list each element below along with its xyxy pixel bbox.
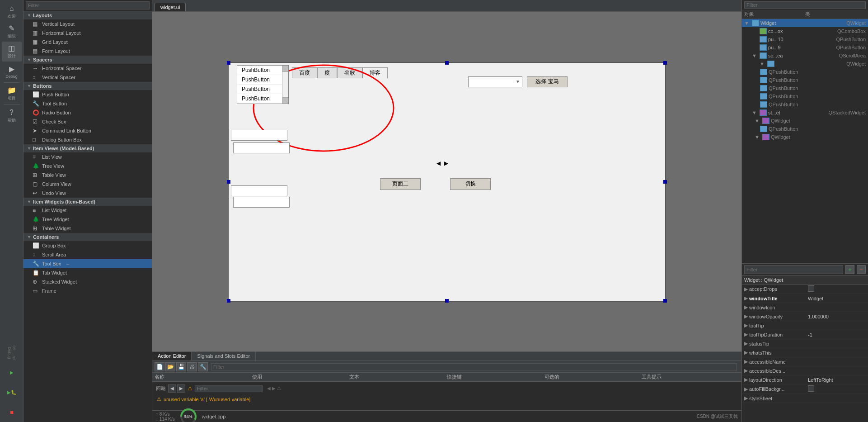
- item-check-box[interactable]: ☑Check Box: [23, 117, 152, 126]
- item-group-box[interactable]: ⬜Group Box: [23, 241, 152, 250]
- prop-row-whatsThis[interactable]: ▶ whatsThis: [742, 348, 868, 357]
- input-family[interactable]: [231, 130, 287, 141]
- welcome-btn[interactable]: ⌂ 欢迎: [2, 2, 22, 22]
- item-column-view[interactable]: ▢Column View: [23, 180, 152, 189]
- item-tool-button[interactable]: 🔧Tool Button: [23, 99, 152, 108]
- handle-bl[interactable]: [227, 299, 230, 303]
- item-form-layout[interactable]: ▤Form Layout: [23, 47, 152, 56]
- nav-tab-google[interactable]: 谷歌: [337, 67, 362, 78]
- input-blacklist[interactable]: [233, 197, 290, 208]
- run-btn[interactable]: ▶: [2, 362, 22, 382]
- prop-row-toolTipDuration[interactable]: ▶ toolTipDuration -1: [742, 330, 868, 339]
- item-h-spacer[interactable]: ↔Horizontal Spacer: [23, 64, 152, 73]
- object-filter-input[interactable]: [744, 1, 866, 9]
- obj-row-nested-push1[interactable]: QPushButton: [742, 68, 868, 76]
- section-spacers[interactable]: Spacers: [23, 56, 152, 64]
- prop-row-autoFill[interactable]: ▶ autoFillBackgr...: [742, 384, 868, 394]
- action-filter-input[interactable]: [211, 363, 737, 370]
- dropdown-scrollbar[interactable]: ▲ ▼: [282, 66, 288, 104]
- prop-row-toolTip[interactable]: ▶ toolTip: [742, 321, 868, 330]
- widget-filter-input[interactable]: [26, 1, 150, 9]
- design-btn[interactable]: ◫ 设计: [2, 42, 22, 62]
- edit-btn[interactable]: ✎ 编辑: [2, 22, 22, 42]
- projects-btn[interactable]: 📁 项目: [2, 84, 22, 104]
- item-list-widget[interactable]: ≡List Widget: [23, 206, 152, 215]
- canvas-switch-btn[interactable]: 切换: [450, 178, 491, 190]
- prop-row-accessibleName[interactable]: ▶ accessibleName: [742, 357, 868, 366]
- obj-row-stacked[interactable]: ▼ st...et QStackedWidget: [742, 109, 868, 117]
- item-table-widget[interactable]: ⊞Table Widget: [23, 224, 152, 233]
- item-horizontal-layout[interactable]: ▥Horizontal Layout: [23, 28, 152, 38]
- item-tree-view[interactable]: 🌲Tree View: [23, 161, 152, 171]
- prop-row-acceptDrops[interactable]: ▶ acceptDrops: [742, 284, 868, 294]
- ae-save-btn[interactable]: 💾: [176, 362, 186, 371]
- ae-open-btn[interactable]: 📂: [165, 362, 175, 371]
- obj-row-scrollarea[interactable]: ▼ sc...ea QScrollArea: [742, 52, 868, 60]
- item-table-view[interactable]: ⊞Table View: [23, 171, 152, 180]
- property-add-btn[interactable]: +: [845, 265, 854, 274]
- prop-row-statusTip[interactable]: ▶ statusTip: [742, 339, 868, 348]
- item-undo-view[interactable]: ↩Undo View: [23, 189, 152, 198]
- ae-tool-btn[interactable]: 🔧: [198, 362, 208, 371]
- dropdown-item-4[interactable]: PushButton: [237, 94, 288, 104]
- obj-row-push10[interactable]: pu...10 QPushButton: [742, 35, 868, 43]
- obj-row-widget[interactable]: ▼ Widget QWidget: [742, 19, 868, 27]
- handle-mr[interactable]: [663, 180, 667, 184]
- prop-row-styleSheet[interactable]: ▶ styleSheet: [742, 394, 868, 403]
- tab-action-editor[interactable]: Action Editor: [152, 352, 192, 360]
- prop-row-layoutDir[interactable]: ▶ layoutDirection LeftToRight: [742, 375, 868, 384]
- item-tree-widget[interactable]: 🌲Tree Widget: [23, 215, 152, 224]
- item-push-button[interactable]: ⬜Push Button: [23, 90, 152, 99]
- canvas-page2-btn[interactable]: 页面二: [380, 178, 421, 190]
- item-vertical-layout[interactable]: ▤Vertical Layout: [23, 19, 152, 28]
- obj-row-sw-btn[interactable]: QPushButton: [742, 125, 868, 133]
- obj-row-qwidget1[interactable]: ▼ QWidget: [742, 60, 868, 68]
- section-layouts[interactable]: Layouts: [23, 11, 152, 19]
- section-item-views[interactable]: Item Views (Model-Based): [23, 144, 152, 152]
- item-dialog-button[interactable]: □Dialog Button Box: [23, 135, 152, 144]
- item-radio-button[interactable]: ⭕Radio Button: [23, 108, 152, 117]
- property-filter-input[interactable]: [744, 265, 843, 274]
- issues-filter-input[interactable]: [195, 385, 263, 392]
- designer-tab-main[interactable]: widget.ui: [155, 3, 186, 11]
- nav-tab-baidu[interactable]: 百度: [292, 67, 317, 78]
- nav-tab-du[interactable]: 度: [317, 67, 337, 78]
- handle-tm[interactable]: [445, 61, 449, 65]
- dropdown-item-3[interactable]: PushButton: [237, 85, 288, 94]
- obj-row-combobox[interactable]: co...ox QComboBox: [742, 27, 868, 35]
- property-remove-btn[interactable]: −: [857, 265, 866, 274]
- obj-row-nested-push5[interactable]: QPushButton: [742, 100, 868, 109]
- item-list-view[interactable]: ≡List View: [23, 152, 152, 161]
- ae-new-btn[interactable]: 📄: [155, 362, 164, 371]
- item-frame[interactable]: ▭Frame: [23, 286, 152, 295]
- item-grid-layout[interactable]: ▦Grid Layout: [23, 38, 152, 47]
- nav-right[interactable]: ▶: [444, 160, 448, 166]
- input-friends[interactable]: [231, 185, 287, 196]
- dropdown-item-1[interactable]: PushButton: [237, 66, 288, 75]
- tab-signals-slots[interactable]: Signals and Slots Editor: [192, 352, 256, 360]
- acceptdrops-checkbox[interactable]: [808, 285, 814, 292]
- autofill-checkbox[interactable]: [808, 385, 814, 392]
- handle-ml[interactable]: [227, 180, 230, 184]
- section-item-widgets[interactable]: Item Widgets (Item-Based): [23, 198, 152, 206]
- nav-left[interactable]: ◀: [436, 160, 441, 166]
- ae-print-btn[interactable]: 🖨: [187, 362, 197, 371]
- input-family-btn[interactable]: [233, 142, 290, 153]
- handle-tr[interactable]: [663, 61, 667, 65]
- help-btn[interactable]: ? 帮助: [2, 106, 22, 126]
- obj-row-sw-page2[interactable]: ▼ QWidget: [742, 133, 868, 141]
- debug-run-btn[interactable]: ▶🐛: [2, 382, 22, 402]
- item-tool-box[interactable]: 🔧 Tool Box ←: [23, 259, 152, 268]
- canvas-select-btn[interactable]: 选择 宝马: [527, 76, 568, 87]
- issue-prev-btn[interactable]: ◀: [168, 384, 176, 393]
- handle-tl[interactable]: [227, 61, 230, 65]
- obj-row-nested-push2[interactable]: QPushButton: [742, 76, 868, 84]
- nav-tab-blog[interactable]: 博客: [362, 67, 388, 78]
- design-canvas[interactable]: 百度 度 谷歌 博客 选择 宝马 PushButton: [228, 62, 666, 302]
- item-scroll-area[interactable]: ↕Scroll Area: [23, 250, 152, 259]
- prop-row-windowIcon[interactable]: ▶ windowIcon: [742, 303, 868, 312]
- obj-row-nested-push4[interactable]: QPushButton: [742, 92, 868, 100]
- debug-btn[interactable]: ▶ Debug: [2, 62, 22, 81]
- item-v-spacer[interactable]: ↕Vertical Spacer: [23, 73, 152, 82]
- obj-row-sw-page1[interactable]: ▼ QWidget: [742, 117, 868, 125]
